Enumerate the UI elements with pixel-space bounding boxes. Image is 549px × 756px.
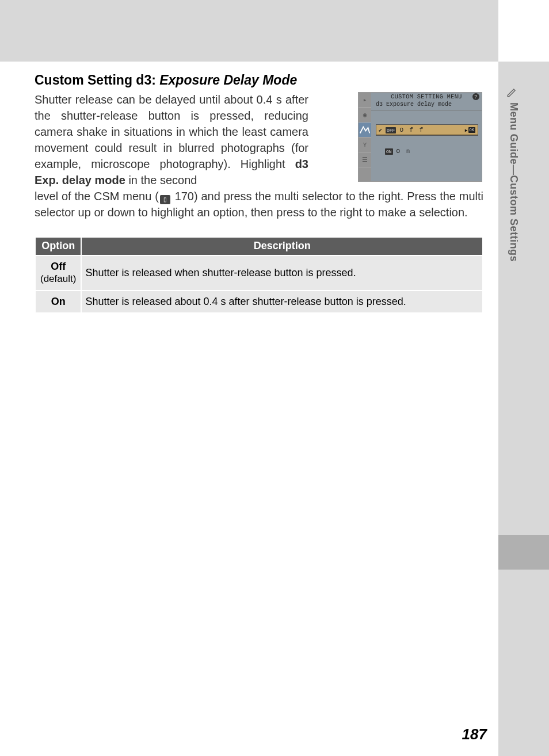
description-cell: Shutter is released about 0.4 s after sh… [81, 291, 483, 314]
recent-tab-icon: ☰ [359, 152, 371, 167]
page-ref-icon: ▯ [160, 195, 170, 204]
description-cell: Shutter is released when shutter-release… [81, 255, 483, 291]
ok-indicator: ▶ OK [465, 127, 475, 133]
shooting-tab-icon: ◉ [359, 108, 371, 123]
playback-tab-icon: ▸ [359, 93, 371, 108]
options-table: Option Description Off (default) Shutter… [35, 236, 483, 314]
check-icon: ✔ [379, 127, 384, 133]
option-sub: (default) [40, 273, 76, 284]
camera-title-text: CUSTOM SETTING MENU [391, 94, 462, 100]
option-cell: Off (default) [35, 255, 81, 291]
play-icon: ▶ [465, 128, 468, 133]
camera-body: ✔ OFF O f f ▶ OK ON O n [371, 110, 482, 175]
camera-subtitle: d3 Exposure delay mode [371, 101, 482, 110]
side-tab-label: Menu Guide—Custom Settings [508, 102, 520, 262]
setup-tab-icon: Y [359, 138, 371, 152]
body-p2-ref: 170 [175, 190, 194, 203]
help-icon: ? [472, 93, 479, 100]
camera-option-row: ON O n [376, 146, 478, 156]
body-p1c: in the second [125, 174, 197, 186]
header-band [0, 0, 498, 62]
pencil-icon [506, 87, 517, 98]
camera-menu-screenshot: ▸ ◉ Y ☰ CUSTOM SETTING MENU ? d3 Exposur… [358, 92, 482, 182]
th-option: Option [35, 237, 81, 255]
side-tab-thumb [498, 535, 549, 570]
option-cell: On [35, 291, 81, 314]
table-row: On Shutter is released about 0.4 s after… [35, 291, 483, 314]
side-tab [498, 62, 549, 756]
option-label: O n [396, 148, 411, 155]
option-bold: Off [51, 261, 66, 272]
option-pill: OFF [386, 127, 396, 133]
body-p1a: Shutter release can be delayed until abo… [35, 93, 308, 170]
section-heading: Custom Setting d3: Exposure Delay Mode [35, 72, 483, 88]
camera-title: CUSTOM SETTING MENU ? [371, 93, 482, 101]
option-pill: ON [385, 148, 393, 155]
table-header-row: Option Description [35, 237, 483, 255]
option-bold: On [51, 296, 66, 307]
table-row: Off (default) Shutter is released when s… [35, 255, 483, 291]
heading-prefix: Custom Setting d3: [35, 72, 159, 87]
option-label: O f f [399, 127, 424, 133]
camera-left-tabs: ▸ ◉ Y ☰ [359, 93, 371, 181]
body-p2a: level of the CSM menu ( [35, 190, 159, 203]
body-paragraph-wrap-left: Shutter release can be delayed until abo… [35, 91, 308, 188]
ok-badge: OK [468, 127, 475, 133]
body-paragraph-full: level of the CSM menu (▯ 170) and press … [35, 188, 483, 220]
camera-main-panel: CUSTOM SETTING MENU ? d3 Exposure delay … [371, 93, 482, 181]
page-number: 187 [462, 726, 487, 743]
camera-option-row-selected: ✔ OFF O f f ▶ OK [376, 124, 478, 136]
heading-italic: Exposure Delay Mode [159, 72, 297, 87]
csm-tab-icon [359, 123, 371, 138]
th-description: Description [81, 237, 483, 255]
